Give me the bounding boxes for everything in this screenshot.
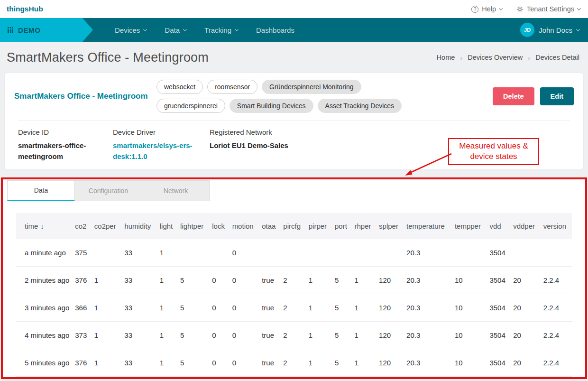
table-cell: 120 <box>376 322 404 349</box>
table-cell <box>332 239 352 267</box>
nav-item-tracking[interactable]: Tracking <box>204 26 238 34</box>
device-actions: Delete Edit <box>493 87 574 105</box>
tab-configuration[interactable]: Configuration <box>74 180 142 201</box>
table-cell: 20.3 <box>404 267 452 294</box>
nav-item-data[interactable]: Data <box>165 26 186 34</box>
table-cell: 120 <box>376 267 404 294</box>
device-name: SmartMakers Office - Meetingroom <box>14 92 156 101</box>
tab-data[interactable]: Data <box>7 180 75 201</box>
column-header-tempper[interactable]: tempper <box>452 213 487 239</box>
annotation-line-2: device states <box>450 151 537 162</box>
column-header-co2per[interactable]: co2per <box>92 213 121 239</box>
table-cell: 1 <box>352 349 377 377</box>
column-header-time[interactable]: time↓ <box>16 213 72 239</box>
column-header-lightper[interactable]: lightper <box>177 213 209 239</box>
field-value[interactable]: smartmakers/elsys-ers-desk:1.1.0 <box>113 140 194 162</box>
table-cell: 1 <box>352 294 377 322</box>
data-table-wrap: time↓co2co2perhumiditylightlightperlockm… <box>16 213 572 377</box>
table-cell: 1 <box>306 294 332 322</box>
table-cell: 3504 <box>487 322 510 349</box>
table-cell: 5 <box>332 349 352 377</box>
field-value: Loriot EU1 Demo-Sales <box>210 140 366 151</box>
table-cell: 1 <box>306 322 332 349</box>
column-header-port[interactable]: port <box>332 213 352 239</box>
breadcrumb-item[interactable]: Devices Overview <box>468 54 523 61</box>
app-logo[interactable]: thingsHub <box>7 5 43 13</box>
table-cell: 10 <box>452 267 487 294</box>
delete-button[interactable]: Delete <box>493 87 534 105</box>
table-cell: 20.3 <box>404 294 452 322</box>
breadcrumb-item: Devices Detail <box>535 54 579 61</box>
column-header-light[interactable]: light <box>157 213 177 239</box>
sort-desc-icon: ↓ <box>40 222 44 230</box>
annotation-note: Measured values & device states <box>448 138 539 165</box>
table-cell: 1 <box>92 294 121 322</box>
table-cell <box>177 239 209 267</box>
table-cell: 10 <box>452 322 487 349</box>
table-cell: 2.2.4 <box>541 322 572 349</box>
breadcrumb: Home›Devices Overview›Devices Detail <box>437 54 579 62</box>
column-header-splper[interactable]: splper <box>376 213 404 239</box>
edit-button[interactable]: Edit <box>540 87 574 105</box>
table-cell: 0 <box>230 349 259 377</box>
column-header-pircfg[interactable]: pircfg <box>280 213 305 239</box>
table-cell: 3504 <box>487 349 510 377</box>
table-cell: 20.3 <box>404 239 452 267</box>
device-tag[interactable]: gruenderspinnerei <box>156 99 225 113</box>
column-header-temperature[interactable]: temperature <box>404 213 452 239</box>
tab-network[interactable]: Network <box>142 180 210 201</box>
nav-item-devices[interactable]: Devices <box>115 26 147 34</box>
nav-items: DevicesDataTrackingDashboards <box>115 26 294 34</box>
device-tag[interactable]: roomsensor <box>207 80 257 94</box>
table-cell: 1 <box>157 267 177 294</box>
help-menu[interactable]: ? Help <box>471 5 502 13</box>
breadcrumb-item[interactable]: Home <box>437 54 455 61</box>
table-cell: 0 <box>209 294 229 322</box>
help-icon: ? <box>471 6 478 13</box>
chevron-down-icon <box>235 27 239 31</box>
table-cell: true <box>259 294 280 322</box>
table-header-row: time↓co2co2perhumiditylightlightperlockm… <box>16 213 572 239</box>
table-cell: 20 <box>510 349 540 377</box>
nav-item-dashboards[interactable]: Dashboards <box>256 26 294 34</box>
column-header-pirper[interactable]: pirper <box>306 213 332 239</box>
divider <box>18 121 570 121</box>
table-cell: 10 <box>452 294 487 322</box>
table-cell <box>92 239 121 267</box>
table-cell: 33 <box>121 239 156 267</box>
table-cell: 376 <box>72 267 92 294</box>
column-header-lock[interactable]: lock <box>209 213 229 239</box>
table-row: 5 minutes ago3761331500true215112020.310… <box>16 349 572 377</box>
device-field: Registered NetworkLoriot EU1 Demo-Sales <box>210 128 366 162</box>
device-tag[interactable]: Smart Building Devices <box>230 99 313 113</box>
column-header-vddper[interactable]: vddper <box>510 213 540 239</box>
column-header-rhper[interactable]: rhper <box>352 213 377 239</box>
device-tag[interactable]: Asset Tracking Devices <box>318 99 402 113</box>
field-value: smartmakers-office-meetingroom <box>18 140 98 162</box>
table-cell <box>376 239 404 267</box>
table-cell: 376 <box>72 349 92 377</box>
column-header-version[interactable]: version <box>541 213 572 239</box>
column-header-vdd[interactable]: vdd <box>487 213 510 239</box>
main-navbar: DEMO DevicesDataTrackingDashboards JD Jo… <box>0 18 588 42</box>
data-table: time↓co2co2perhumiditylightlightperlockm… <box>16 213 572 377</box>
device-tag[interactable]: websocket <box>156 80 203 94</box>
table-cell: a minute ago <box>16 239 72 267</box>
gear-icon <box>516 6 524 13</box>
column-header-otaa[interactable]: otaa <box>259 213 280 239</box>
table-cell: 20.3 <box>404 349 452 377</box>
tenant-settings-menu[interactable]: Tenant Settings <box>516 5 580 13</box>
tenant-selector[interactable]: DEMO <box>0 18 93 42</box>
user-menu[interactable]: JD John Docs <box>520 23 579 37</box>
column-header-motion[interactable]: motion <box>230 213 259 239</box>
table-cell: true <box>259 349 280 377</box>
column-header-humidity[interactable]: humidity <box>121 213 156 239</box>
column-header-co2[interactable]: co2 <box>72 213 92 239</box>
page-head: SmartMakers Office - Meetingroom Home›De… <box>0 42 588 73</box>
breadcrumb-separator-icon: › <box>460 54 462 62</box>
tenant-settings-label: Tenant Settings <box>527 5 574 13</box>
table-cell: 120 <box>376 294 404 322</box>
device-tag[interactable]: Gründerspinnerei Monitoring <box>262 80 361 94</box>
chevron-down-icon <box>143 27 147 31</box>
table-cell: 3504 <box>487 239 510 267</box>
